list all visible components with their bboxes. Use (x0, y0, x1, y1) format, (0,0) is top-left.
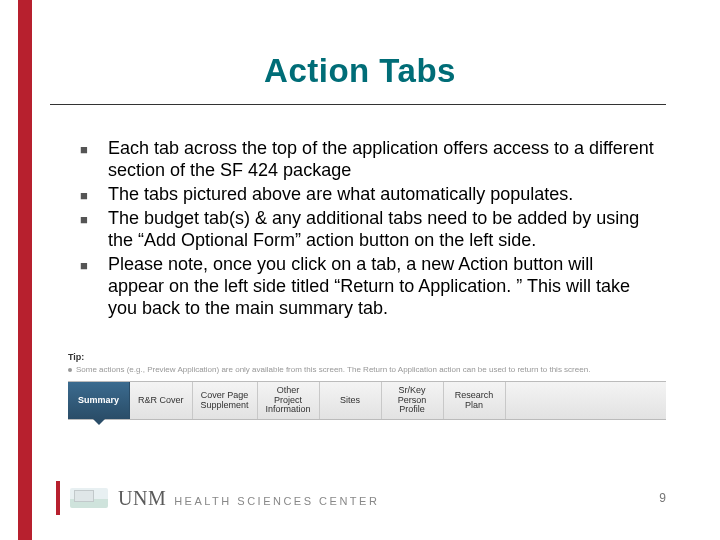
bullet-square-icon: ■ (80, 138, 108, 158)
slide: Action Tabs ■ Each tab across the top of… (0, 0, 720, 540)
bullet-square-icon: ■ (80, 254, 108, 274)
logo-accent-bar (56, 481, 60, 515)
tip-text: Some actions (e.g., Preview Application)… (76, 365, 590, 374)
tab-label: Sites (340, 396, 360, 405)
accent-bar (18, 0, 32, 540)
page-number: 9 (659, 491, 666, 505)
list-item: ■ The tabs pictured above are what autom… (80, 184, 654, 206)
tip-block: Tip: Some actions (e.g., Preview Applica… (68, 352, 666, 378)
bullet-text: Please note, once you click on a tab, a … (108, 254, 654, 320)
logo-text: UNM HEALTH SCIENCES CENTER (118, 487, 379, 510)
tab-summary[interactable]: Summary (68, 382, 130, 419)
tab-rr-cover[interactable]: R&R Cover (130, 382, 193, 419)
tip-label: Tip: (68, 352, 666, 362)
tab-sites[interactable]: Sites (320, 382, 382, 419)
tab-research-plan[interactable]: Research Plan (444, 382, 506, 419)
tab-label: Other Project Information (266, 386, 311, 414)
tab-sr-key-person-profile[interactable]: Sr/Key Person Profile (382, 382, 444, 419)
tabstrip-spacer (506, 382, 666, 419)
tab-cover-page-supplement[interactable]: Cover Page Supplement (193, 382, 258, 419)
title-underline (50, 104, 666, 105)
tab-label: Sr/Key Person Profile (398, 386, 427, 414)
logo-campus-icon (70, 488, 108, 508)
tab-other-project-information[interactable]: Other Project Information (258, 382, 320, 419)
list-item: ■ The budget tab(s) & any additional tab… (80, 208, 654, 252)
bullet-dot-icon (68, 368, 72, 372)
list-item: ■ Each tab across the top of the applica… (80, 138, 654, 182)
footer: UNM HEALTH SCIENCES CENTER 9 (56, 478, 666, 518)
tip-text-row: Some actions (e.g., Preview Application)… (68, 365, 666, 374)
bullet-square-icon: ■ (80, 208, 108, 228)
bullet-square-icon: ■ (80, 184, 108, 204)
bullet-list: ■ Each tab across the top of the applica… (80, 138, 654, 322)
bullet-text: Each tab across the top of the applicati… (108, 138, 654, 182)
tab-label: Cover Page Supplement (201, 391, 249, 410)
slide-title: Action Tabs (50, 52, 670, 90)
footer-logo: UNM HEALTH SCIENCES CENTER (56, 481, 379, 515)
bullet-text: The tabs pictured above are what automat… (108, 184, 654, 206)
application-tabs: Summary R&R Cover Cover Page Supplement … (68, 381, 666, 420)
bullet-text: The budget tab(s) & any additional tabs … (108, 208, 654, 252)
logo-org-short: UNM (118, 487, 166, 510)
tab-label: Summary (78, 396, 119, 405)
tab-label: Research Plan (455, 391, 494, 410)
list-item: ■ Please note, once you click on a tab, … (80, 254, 654, 320)
logo-org-long: HEALTH SCIENCES CENTER (174, 495, 379, 507)
tab-label: R&R Cover (138, 396, 184, 405)
